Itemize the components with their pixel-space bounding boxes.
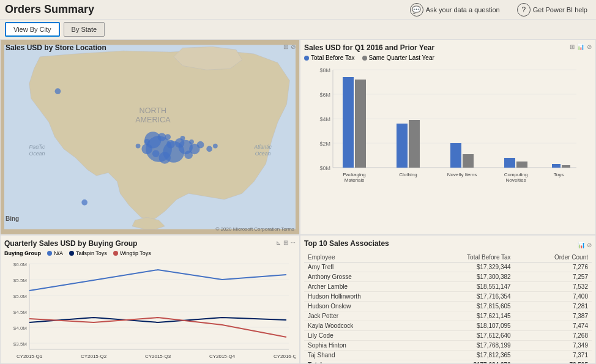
map-copyright: © 2020 Microsoft Corporation Terms	[216, 226, 294, 232]
nav-buttons: View By City By State	[0, 20, 596, 39]
svg-text:$5.0M: $5.0M	[13, 294, 28, 299]
bar-computing-blue	[504, 158, 515, 168]
svg-point-23	[181, 136, 185, 141]
bar-chart-svg: $8M $6M $4M $2M $0M	[304, 65, 592, 193]
view-by-city-button[interactable]: View By City	[5, 22, 60, 37]
cell-total: $17,768,199	[418, 341, 514, 351]
bar-novelty-blue	[450, 143, 461, 168]
filter-icon[interactable]: ⊾	[276, 239, 281, 246]
table-panel: Top 10 Sales Associates 📊 ⊘ Employee Tot…	[300, 235, 596, 364]
bar-clothing-blue	[397, 124, 408, 168]
settings-icon[interactable]: ⊘	[291, 43, 296, 50]
chat-icon: 💬	[410, 3, 423, 17]
legend-gray-dot	[362, 56, 367, 61]
svg-point-25	[136, 144, 141, 149]
line-chart-panel: Quarterly Sales USD by Buying Group ⊾ ⊞ …	[0, 235, 300, 364]
bar-chart-panel: Sales USD for Q1 2016 and Prior Year ⊞ 📊…	[300, 39, 596, 235]
cell-total: $18,107,095	[418, 321, 514, 331]
line-panel-icons: ⊾ ⊞ ···	[276, 239, 296, 246]
svg-text:$4.0M: $4.0M	[13, 325, 28, 331]
col-total: Total Before Tax	[418, 253, 514, 262]
na-line	[29, 270, 286, 291]
cell-total: $17,300,382	[418, 272, 514, 282]
cell-employee: Sophia Hinton	[304, 341, 418, 351]
table-row: Lily Code $17,612,640 7,268	[304, 331, 592, 341]
cell-orders: 7,349	[515, 341, 592, 351]
svg-text:$6M: $6M	[319, 92, 330, 98]
svg-text:CY2015-Q2: CY2015-Q2	[81, 354, 107, 359]
cell-orders: 7,400	[515, 292, 592, 302]
cell-orders: 7,268	[515, 331, 592, 341]
line-chart-title: Quarterly Sales USD by Buying Group	[4, 239, 296, 248]
bing-logo: Bing	[6, 215, 19, 222]
bar-clothing-gray	[409, 120, 420, 168]
bar-expand-icon[interactable]: ⊞	[570, 43, 575, 50]
legend-tailspin-dot	[69, 251, 74, 256]
table-row: Sophia Hinton $17,768,199 7,349	[304, 341, 592, 351]
svg-point-18	[152, 150, 160, 157]
top10-table: Employee Total Before Tax Order Count Am…	[304, 253, 592, 364]
cell-employee: Archer Lamble	[304, 282, 418, 292]
legend-wingtip: Wingtip Toys	[113, 250, 151, 256]
legend-na-dot	[47, 251, 52, 256]
ask-question-button[interactable]: 💬 Ask your data a question	[406, 2, 504, 18]
bar-packaging-blue	[343, 77, 354, 168]
col-orders: Order Count	[515, 253, 592, 262]
table-header-row: Employee Total Before Tax Order Count	[304, 253, 592, 262]
bar-computing-gray	[516, 162, 527, 168]
get-help-button[interactable]: ? Get Power BI help	[513, 2, 591, 18]
svg-text:Packaging: Packaging	[343, 172, 365, 177]
svg-text:Atlantic: Atlantic	[253, 144, 272, 150]
svg-point-27	[55, 88, 61, 94]
view-by-state-button[interactable]: By State	[64, 22, 105, 37]
bar-chart-icon[interactable]: 📊	[577, 43, 584, 50]
svg-text:$4.5M: $4.5M	[13, 310, 28, 315]
tailspin-line	[29, 318, 286, 322]
svg-point-19	[197, 141, 204, 149]
col-employee: Employee	[304, 253, 418, 262]
bar-chart-title: Sales USD for Q1 2016 and Prior Year	[304, 43, 592, 52]
cell-employee: Kayla Woodcock	[304, 321, 418, 331]
svg-point-28	[81, 199, 88, 206]
cell-orders: 7,276	[515, 262, 592, 272]
legend-wingtip-dot	[113, 251, 118, 256]
table-row: Anthony Grosse $17,300,382 7,257	[304, 272, 592, 282]
cell-total: $17,621,145	[418, 311, 514, 321]
table-chart-icon[interactable]: 📊	[578, 242, 585, 248]
svg-text:Clothing: Clothing	[399, 172, 417, 177]
cell-employee: Lily Code	[304, 331, 418, 341]
cell-total: $17,612,640	[418, 331, 514, 341]
svg-text:Computing: Computing	[504, 172, 528, 177]
bar-chart-legend: Total Before Tax Same Quarter Last Year	[304, 54, 592, 61]
svg-text:Toys: Toys	[554, 172, 564, 177]
cell-total: $17,329,344	[418, 262, 514, 272]
table-row: Jack Potter $17,621,145 7,387	[304, 311, 592, 321]
cell-orders: 7,371	[515, 351, 592, 360]
svg-text:Ocean: Ocean	[29, 150, 45, 157]
header: Orders Summary 💬 Ask your data a questio…	[0, 0, 596, 20]
table-row: Amy Trefl $17,329,344 7,276	[304, 262, 592, 272]
svg-text:$6.0M: $6.0M	[13, 262, 28, 267]
svg-text:NORTH: NORTH	[140, 106, 167, 115]
svg-text:$0M: $0M	[319, 165, 330, 171]
svg-text:$5.5M: $5.5M	[13, 278, 28, 283]
header-actions: 💬 Ask your data a question ? Get Power B…	[406, 2, 591, 18]
table-body: Amy Trefl $17,329,344 7,276 Anthony Gros…	[304, 262, 592, 365]
svg-point-26	[213, 144, 218, 149]
svg-point-11	[159, 152, 171, 163]
table-row: Archer Lamble $18,551,147 7,532	[304, 282, 592, 292]
map-panel: Sales USD by Store Location ⊞ ⊘ Pacific …	[0, 39, 300, 235]
cell-orders: 7,474	[515, 321, 592, 331]
cell-total: $17,815,605	[418, 302, 514, 311]
legend-total-before-tax: Total Before Tax	[304, 54, 355, 61]
table-row: Taj Shand $17,812,365 7,371	[304, 351, 592, 360]
cell-employee: Taj Shand	[304, 351, 418, 360]
line-menu-icon[interactable]: ···	[291, 239, 296, 246]
svg-text:Pacific: Pacific	[29, 144, 45, 150]
table-settings-icon[interactable]: ⊘	[587, 242, 592, 248]
expand-icon[interactable]: ⊞	[283, 43, 288, 50]
line-expand-icon[interactable]: ⊞	[283, 239, 288, 246]
bar-settings-icon[interactable]: ⊘	[587, 43, 592, 50]
cell-employee: Amy Trefl	[304, 262, 418, 272]
table-row: Total $177,634,276 73,595	[304, 360, 592, 365]
